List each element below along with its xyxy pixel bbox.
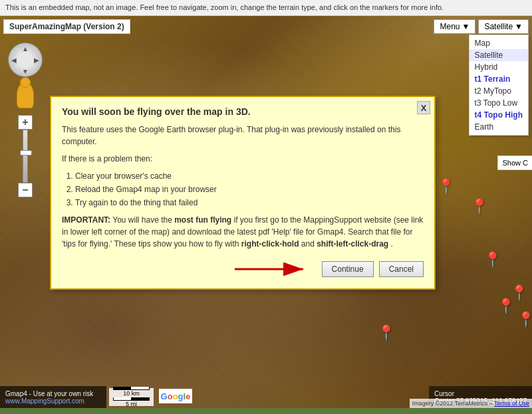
list-item-3: Try again to do the thing that failed (75, 197, 424, 209)
shift-left-text: shift-left-click-drag (317, 239, 388, 249)
map-container[interactable]: SuperAmazingMap (Version 2) Menu ▼ Satel… (0, 16, 532, 408)
cancel-button[interactable]: Cancel (379, 261, 424, 277)
dialog-title: You will soon be flying over the map in … (62, 106, 424, 117)
dialog-actions: Continue Cancel (62, 255, 424, 279)
most-fun-text: most fun flying (174, 215, 231, 225)
list-item-2: Reload the Gmap4 map in your browser (75, 183, 424, 195)
right-click-text: right-click-hold (241, 239, 299, 249)
dialog-important: IMPORTANT: You will have the most fun fl… (62, 214, 424, 250)
continue-button[interactable]: Continue (322, 261, 374, 277)
important-label: IMPORTANT: (62, 215, 110, 225)
continue-arrow (62, 259, 317, 279)
list-item-1: Clear your browser's cache (75, 170, 424, 182)
info-bar: This is an embedded map, not an image. F… (0, 0, 532, 16)
dialog-list: Clear your browser's cache Reload the Gm… (75, 170, 424, 209)
dialog-close-button[interactable]: X (417, 101, 430, 114)
dialog-body: This feature uses the Google Earth brows… (62, 124, 424, 279)
info-text: This is an embedded map, not an image. F… (5, 3, 444, 11)
dialog-para1: This feature uses the Google Earth brows… (62, 124, 424, 148)
dialog-para2: If there is a problem then: (62, 153, 424, 165)
dialog-overlay: X You will soon be flying over the map i… (0, 16, 532, 408)
flying-3d-dialog: X You will soon be flying over the map i… (50, 96, 436, 290)
